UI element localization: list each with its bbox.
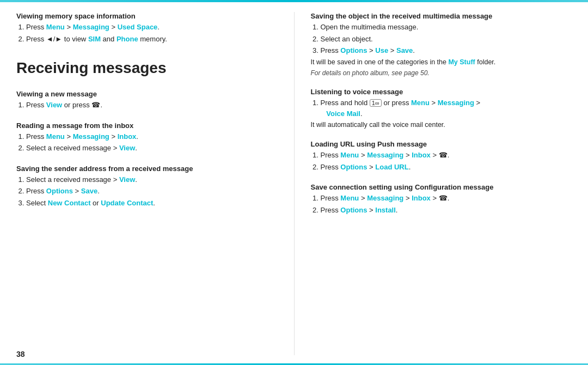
link-messaging: Messaging (367, 194, 403, 202)
object-note: It will be saved in one of the categorie… (311, 57, 572, 68)
section-memory-title: Viewing memory space information (16, 12, 278, 20)
list-item: Press Menu > Messaging > Inbox. (26, 131, 278, 142)
phone-icon: ☎ (91, 100, 100, 111)
link-options: Options (340, 163, 367, 171)
link-my-stuff: My Stuff (448, 58, 475, 66)
section-url-title: Loading URL using Push message (311, 140, 572, 148)
list-item: Press Options > Use > Save. (321, 45, 572, 56)
section-object-list: Open the multimedia message. Select an o… (321, 22, 572, 56)
voice-note: It will automatically call the voice mai… (311, 120, 572, 130)
link-menu: Menu (46, 23, 65, 31)
section-memory: Viewing memory space information Press M… (16, 12, 278, 45)
section-new-msg: Viewing a new message Press View or pres… (16, 90, 278, 112)
link-view: View (46, 101, 62, 109)
section-object: Saving the object in the received multim… (311, 12, 572, 78)
section-memory-list: Press Menu > Messaging > Used Space. Pre… (26, 22, 278, 44)
link-inbox: Inbox (412, 151, 431, 159)
link-menu: Menu (46, 132, 65, 141)
list-item: Press and hold 1∞ or press Menu > Messag… (321, 98, 572, 119)
link-new-contact: New Contact (48, 199, 91, 207)
list-item: Press Options > Install. (321, 205, 572, 216)
section-config: Save connection setting using Configurat… (311, 183, 572, 216)
link-messaging: Messaging (438, 99, 474, 107)
link-inbox: Inbox (118, 132, 137, 141)
section-inbox: Reading a message from the inbox Press M… (16, 121, 278, 155)
page-number: 38 (16, 350, 25, 358)
section-url-list: Press Menu > Messaging > Inbox > ☎. Pres… (321, 150, 572, 172)
list-item: Press View or press ☎. (26, 100, 278, 111)
link-menu: Menu (340, 194, 359, 202)
link-options: Options (340, 206, 367, 214)
section-new-msg-list: Press View or press ☎. (26, 100, 278, 111)
link-options: Options (340, 46, 367, 54)
list-item: Press Options > Load URL. (321, 162, 572, 173)
list-item: Press Menu > Messaging > Used Space. (26, 22, 278, 33)
key-icon: 1∞ (370, 99, 382, 107)
link-load-url: Load URL (375, 163, 408, 171)
list-item: Select a received message > View. (26, 143, 278, 154)
link-menu: Menu (411, 99, 430, 107)
section-sender-list: Select a received message > View. Press … (26, 174, 278, 209)
section-voice: Listening to voice message Press and hol… (311, 88, 572, 130)
link-messaging: Messaging (367, 151, 403, 159)
link-install: Install (375, 206, 396, 214)
link-save: Save (396, 46, 413, 54)
link-view: View (119, 175, 135, 184)
list-item: Press Menu > Messaging > Inbox > ☎. (321, 193, 572, 204)
page-container: Viewing memory space information Press M… (0, 0, 588, 365)
content-area: Viewing memory space information Press M… (0, 2, 588, 365)
phone-icon: ☎ (439, 150, 448, 161)
link-view: View (119, 144, 135, 152)
section-voice-list: Press and hold 1∞ or press Menu > Messag… (321, 98, 572, 119)
link-used-space: Used Space (118, 23, 158, 31)
section-url: Loading URL using Push message Press Men… (311, 140, 572, 173)
link-menu: Menu (340, 151, 359, 159)
section-inbox-list: Press Menu > Messaging > Inbox. Select a… (26, 131, 278, 154)
list-item: Select New Contact or Update Contact. (26, 198, 278, 209)
list-item: Select a received message > View. (26, 174, 278, 185)
link-phone: Phone (117, 35, 138, 43)
link-sim: SIM (88, 35, 101, 43)
link-inbox: Inbox (412, 194, 431, 202)
link-update-contact: Update Contact (101, 199, 153, 207)
section-voice-title: Listening to voice message (311, 88, 572, 96)
section-sender: Saving the sender address from a receive… (16, 165, 278, 210)
link-use: Use (375, 46, 388, 54)
link-messaging: Messaging (73, 23, 109, 31)
section-sender-title: Saving the sender address from a receive… (16, 165, 278, 173)
phone-icon: ☎ (439, 193, 448, 204)
section-config-title: Save connection setting using Configurat… (311, 183, 572, 191)
list-item: Select an object. (321, 34, 572, 45)
list-item: Open the multimedia message. (321, 22, 572, 33)
section-object-title: Saving the object in the received multim… (311, 12, 572, 20)
list-item: Press ◄/► to view SIM and Phone memory. (26, 34, 278, 45)
link-voice-mail: Voice Mail (326, 110, 360, 118)
list-item: Press Options > Save. (26, 186, 278, 197)
left-column: Viewing memory space information Press M… (16, 12, 278, 355)
page-main-title: Receiving messages (16, 59, 278, 77)
link-options: Options (46, 187, 73, 195)
link-messaging: Messaging (73, 132, 109, 141)
section-inbox-title: Reading a message from the inbox (16, 121, 278, 130)
section-config-list: Press Menu > Messaging > Inbox > ☎. Pres… (321, 193, 572, 215)
right-column: Saving the object in the received multim… (294, 12, 572, 355)
section-new-msg-title: Viewing a new message (16, 90, 278, 98)
object-italic-note: For details on photo album, see page 50. (311, 68, 572, 78)
list-item: Press Menu > Messaging > Inbox > ☎. (321, 150, 572, 161)
link-save: Save (81, 187, 97, 195)
